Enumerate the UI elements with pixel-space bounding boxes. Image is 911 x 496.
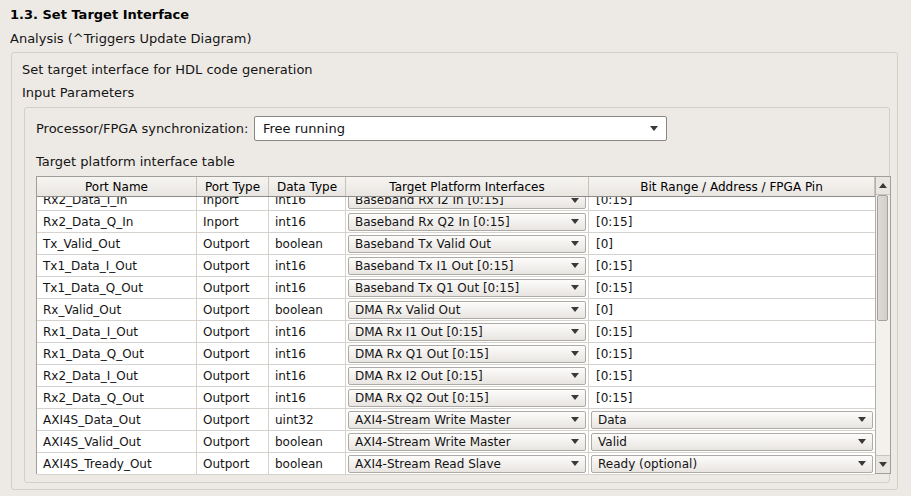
port-name-cell[interactable]: Tx1_Data_I_Out: [37, 255, 197, 276]
column-header-port-type[interactable]: Port Type: [197, 177, 269, 196]
data-type-cell[interactable]: int16: [269, 343, 346, 364]
chevron-down-icon: [650, 126, 658, 131]
port-name-cell[interactable]: AXI4S_Valid_Out: [37, 431, 197, 452]
interface-dropdown[interactable]: Baseband Tx Valid Out: [348, 235, 586, 253]
port-type-cell[interactable]: Outport: [197, 255, 269, 276]
interface-dropdown[interactable]: AXI4-Stream Write Master: [348, 433, 586, 451]
port-type-cell[interactable]: Outport: [197, 409, 269, 430]
data-type-cell[interactable]: boolean: [269, 233, 346, 254]
bit-range-cell: [0:15]: [589, 387, 875, 408]
interface-dropdown[interactable]: Baseband Rx I2 In [0:15]: [348, 197, 586, 209]
port-name-cell[interactable]: Rx2_Data_I_Out: [37, 365, 197, 386]
interface-dropdown[interactable]: DMA Rx Q2 Out [0:15]: [348, 389, 586, 407]
port-name-cell[interactable]: Rx2_Data_I_In: [37, 197, 197, 211]
chevron-down-icon: [571, 329, 579, 334]
data-type-cell[interactable]: boolean: [269, 453, 346, 474]
port-name-cell[interactable]: AXI4S_Tready_Out: [37, 453, 197, 474]
interface-dropdown[interactable]: DMA Rx I1 Out [0:15]: [348, 323, 586, 341]
chevron-down-icon: [571, 263, 579, 268]
input-parameters-label: Input Parameters: [22, 85, 134, 100]
chevron-down-icon: [571, 395, 579, 400]
data-type-cell[interactable]: uint32: [269, 409, 346, 430]
port-type-cell[interactable]: Outport: [197, 453, 269, 474]
data-type-cell[interactable]: int16: [269, 387, 346, 408]
port-type-cell[interactable]: Outport: [197, 431, 269, 452]
data-type-cell[interactable]: boolean: [269, 431, 346, 452]
port-type-cell[interactable]: Outport: [197, 321, 269, 342]
column-header-data-type[interactable]: Data Type: [269, 177, 346, 196]
scrollbar-down-button[interactable]: [876, 455, 890, 473]
bit-range-cell: [0:15]: [589, 343, 875, 364]
table-row: Rx2_Data_I_Out Outport int16 DMA Rx I2 O…: [37, 365, 875, 387]
interface-dropdown[interactable]: DMA Rx Q1 Out [0:15]: [348, 345, 586, 363]
sync-dropdown[interactable]: Free running: [254, 116, 667, 141]
interface-cell: DMA Rx Valid Out: [346, 299, 589, 320]
interface-dropdown[interactable]: AXI4-Stream Read Slave: [348, 455, 586, 473]
port-name-cell[interactable]: Rx1_Data_I_Out: [37, 321, 197, 342]
interface-dropdown[interactable]: Baseband Tx Q1 Out [0:15]: [348, 279, 586, 297]
chevron-down-icon: [571, 439, 579, 444]
scrollbar-up-button[interactable]: [876, 177, 890, 195]
port-name-cell[interactable]: Rx_Valid_Out: [37, 299, 197, 320]
interface-dropdown[interactable]: Baseband Rx Q2 In [0:15]: [348, 213, 586, 231]
data-type-cell[interactable]: int16: [269, 197, 346, 211]
data-type-cell[interactable]: int16: [269, 321, 346, 342]
bit-range-cell: [0]: [589, 299, 875, 320]
port-type-cell[interactable]: Outport: [197, 365, 269, 386]
chevron-down-icon: [571, 198, 579, 203]
chevron-down-icon: [571, 417, 579, 422]
bit-range-cell: [0:15]: [589, 255, 875, 276]
bit-range-dropdown[interactable]: Ready (optional): [591, 455, 873, 473]
bit-range-cell: [0:15]: [589, 321, 875, 342]
chevron-down-icon: [858, 439, 866, 444]
data-type-cell[interactable]: boolean: [269, 299, 346, 320]
interface-cell: DMA Rx Q2 Out [0:15]: [346, 387, 589, 408]
scrollbar-track[interactable]: [876, 195, 890, 455]
chevron-down-icon: [571, 351, 579, 356]
interface-cell: Baseband Tx Valid Out: [346, 233, 589, 254]
interface-dropdown[interactable]: DMA Rx I2 Out [0:15]: [348, 367, 586, 385]
column-header-port-name[interactable]: Port Name: [37, 177, 197, 196]
bit-range-dropdown[interactable]: Data: [591, 411, 873, 429]
port-type-cell[interactable]: Outport: [197, 299, 269, 320]
chevron-down-icon: [858, 417, 866, 422]
port-type-cell[interactable]: Outport: [197, 343, 269, 364]
port-name-cell[interactable]: AXI4S_Data_Out: [37, 409, 197, 430]
bit-range-dropdown[interactable]: Valid: [591, 433, 873, 451]
interface-dropdown[interactable]: Baseband Tx I1 Out [0:15]: [348, 257, 586, 275]
vertical-scrollbar[interactable]: [875, 177, 890, 473]
port-name-cell[interactable]: Tx1_Data_Q_Out: [37, 277, 197, 298]
bit-range-cell: [0:15]: [589, 277, 875, 298]
sync-label: Processor/FPGA synchronization:: [36, 121, 248, 136]
port-name-cell[interactable]: Rx2_Data_Q_Out: [37, 387, 197, 408]
port-type-cell[interactable]: Outport: [197, 233, 269, 254]
table-row: AXI4S_Data_Out Outport uint32 AXI4-Strea…: [37, 409, 875, 431]
bit-range-cell: [0]: [589, 233, 875, 254]
port-name-cell[interactable]: Tx_Valid_Out: [37, 233, 197, 254]
target-platform-interface-table: Port Name Port Type Data Type Target Pla…: [36, 176, 891, 474]
port-type-cell[interactable]: Outport: [197, 277, 269, 298]
port-type-cell[interactable]: Outport: [197, 387, 269, 408]
interface-dropdown[interactable]: AXI4-Stream Write Master: [348, 411, 586, 429]
data-type-cell[interactable]: int16: [269, 211, 346, 232]
column-header-target-platform-interfaces[interactable]: Target Platform Interfaces: [346, 177, 589, 196]
data-type-cell[interactable]: int16: [269, 277, 346, 298]
column-header-bit-range[interactable]: Bit Range / Address / FPGA Pin: [589, 177, 875, 196]
data-type-cell[interactable]: int16: [269, 365, 346, 386]
page-title: 1.3. Set Target Interface: [10, 7, 189, 22]
port-name-cell[interactable]: Rx1_Data_Q_Out: [37, 343, 197, 364]
port-type-cell[interactable]: Inport: [197, 197, 269, 211]
bit-range-cell: Valid: [589, 431, 875, 452]
interface-dropdown[interactable]: DMA Rx Valid Out: [348, 301, 586, 319]
port-type-cell[interactable]: Inport: [197, 211, 269, 232]
interface-cell: DMA Rx I1 Out [0:15]: [346, 321, 589, 342]
bit-range-cell: [0:15]: [589, 197, 875, 211]
table-row: Rx2_Data_Q_Out Outport int16 DMA Rx Q2 O…: [37, 387, 875, 409]
table-row: Rx_Valid_Out Outport boolean DMA Rx Vali…: [37, 299, 875, 321]
port-name-cell[interactable]: Rx2_Data_Q_In: [37, 211, 197, 232]
table-row: AXI4S_Valid_Out Outport boolean AXI4-Str…: [37, 431, 875, 453]
table-row: Rx2_Data_I_In Inport int16 Baseband Rx I…: [37, 197, 875, 211]
data-type-cell[interactable]: int16: [269, 255, 346, 276]
task-description: Set target interface for HDL code genera…: [22, 62, 313, 77]
scrollbar-thumb[interactable]: [877, 195, 888, 321]
